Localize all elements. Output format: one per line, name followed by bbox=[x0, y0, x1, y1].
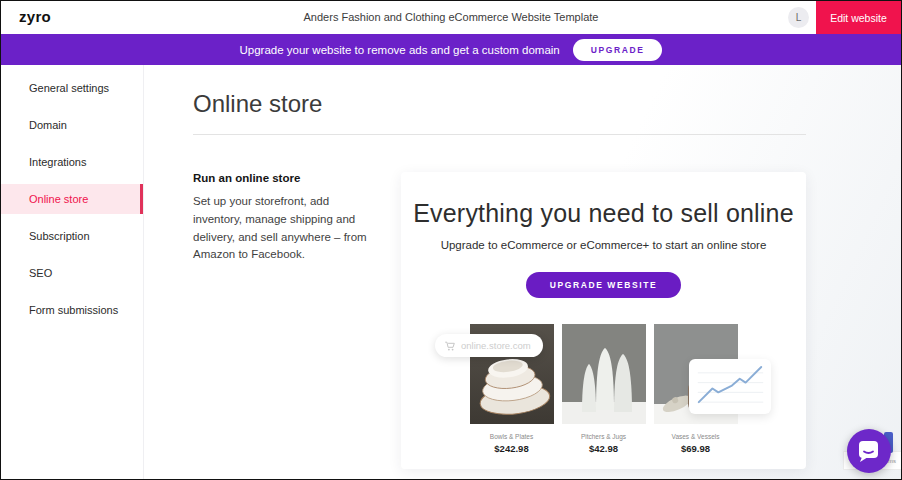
avatar[interactable]: L bbox=[788, 7, 809, 28]
card-subheading: Upgrade to eCommerce or eCommerce+ to st… bbox=[401, 239, 806, 251]
cart-icon bbox=[444, 340, 456, 352]
sidebar-item-integrations[interactable]: Integrations bbox=[1, 147, 143, 177]
edit-website-button[interactable]: Edit website bbox=[816, 1, 901, 34]
sidebar-item-subscription[interactable]: Subscription bbox=[1, 221, 143, 251]
sidebar-item-form-submissions[interactable]: Form submissions bbox=[1, 295, 143, 325]
intro-column: Run an online store Set up your storefro… bbox=[193, 172, 378, 469]
main-content: Online store Run an online store Set up … bbox=[144, 65, 901, 479]
title-divider bbox=[193, 134, 806, 135]
content-row: Run an online store Set up your storefro… bbox=[193, 172, 901, 469]
app-window: zyro Anders Fashion and Clothing eCommer… bbox=[0, 0, 902, 480]
card-heading: Everything you need to sell online bbox=[401, 199, 806, 228]
product-name: Vases & Vessels bbox=[654, 433, 738, 440]
chat-icon bbox=[856, 438, 882, 464]
sidebar-item-domain[interactable]: Domain bbox=[1, 110, 143, 140]
product-price: $42.98 bbox=[562, 443, 646, 454]
sales-mini-chart bbox=[689, 359, 771, 414]
chat-launcher-button[interactable] bbox=[847, 429, 891, 473]
banner-text: Upgrade your website to remove ads and g… bbox=[240, 44, 560, 56]
banner-upgrade-button[interactable]: UPGRADE bbox=[573, 39, 663, 61]
upgrade-website-button[interactable]: UPGRADE WEBSITE bbox=[526, 272, 682, 298]
product-price: $69.98 bbox=[654, 443, 738, 454]
product-image-pitchers bbox=[562, 324, 646, 424]
ecommerce-upsell-card: Everything you need to sell online Upgra… bbox=[401, 172, 806, 469]
top-bar: zyro Anders Fashion and Clothing eCommer… bbox=[1, 1, 901, 34]
page-title: Online store bbox=[193, 90, 901, 118]
sidebar-item-seo[interactable]: SEO bbox=[1, 258, 143, 288]
product-card: Pitchers & Jugs $42.98 bbox=[562, 324, 646, 454]
browser-url-pill: online.store.com bbox=[435, 334, 543, 357]
browser-url-text: online.store.com bbox=[461, 340, 531, 351]
intro-description: Set up your storefront, add inventory, m… bbox=[193, 193, 378, 264]
product-price: $242.98 bbox=[470, 443, 554, 454]
upgrade-banner: Upgrade your website to remove ads and g… bbox=[1, 34, 901, 65]
product-name: Pitchers & Jugs bbox=[562, 433, 646, 440]
product-name: Bowls & Plates bbox=[470, 433, 554, 440]
line-chart-icon bbox=[689, 359, 771, 414]
sidebar-item-online-store[interactable]: Online store bbox=[1, 184, 143, 214]
site-title: Anders Fashion and Clothing eCommerce We… bbox=[1, 11, 901, 23]
settings-sidebar: General settings Domain Integrations Onl… bbox=[1, 65, 144, 479]
intro-heading: Run an online store bbox=[193, 172, 378, 184]
sidebar-item-general-settings[interactable]: General settings bbox=[1, 73, 143, 103]
